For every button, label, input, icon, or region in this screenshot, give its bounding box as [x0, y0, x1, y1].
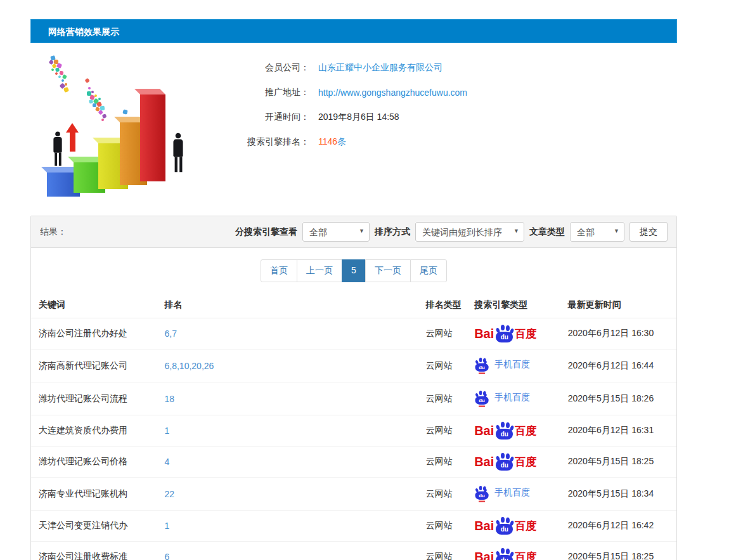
engine-cell: Baidu百度 [467, 415, 560, 446]
baidu-pc-logo: Baidu百度 [474, 325, 536, 342]
article-type-label: 文章类型 [529, 226, 565, 238]
header-updated: 最新更新时间 [560, 292, 676, 318]
filter-bar: 结果： 分搜索引擎查看 全部 ▼ 排序方式 关键词由短到长排序 ▼ 文章类型 [31, 216, 676, 248]
rank-link[interactable]: 18 [165, 394, 175, 404]
article-type-select[interactable]: 全部 [570, 222, 624, 242]
keyword-cell: 济南公司注册代办好处 [31, 318, 157, 349]
rank-link[interactable]: 4 [165, 457, 170, 467]
updated-cell: 2020年5月15日 18:34 [560, 478, 676, 511]
sort-filter-select[interactable]: 关键词由短到长排序 [415, 222, 524, 242]
ranking-count-value: 1146条 [318, 136, 346, 148]
pagination-current-page[interactable]: 5 [342, 259, 366, 282]
baidu-mobile-logo: du手机百度 [474, 389, 530, 407]
header-rank: 排名 [157, 292, 418, 318]
pagination-first[interactable]: 首页 [261, 259, 297, 282]
up-arrow-icon [66, 123, 79, 152]
rank-link[interactable]: 6,8,10,20,26 [165, 361, 214, 371]
rank-link[interactable]: 1 [165, 521, 170, 531]
table-row: 大连建筑资质代办费用 1 云网站 Baidu百度 2020年6月12日 16:3… [31, 415, 676, 446]
table-row: 潍坊代理记账公司价格 4 云网站 Baidu百度 2020年5月15日 18:2… [31, 446, 676, 478]
info-row-url: 推广地址： http://www.gongshangzhucefuwu.com [233, 86, 677, 100]
baidu-paw-icon: du [474, 486, 487, 500]
rank-type-cell: 云网站 [418, 318, 467, 349]
updated-cell: 2020年6月12日 16:30 [560, 318, 676, 349]
chart-bar-red [140, 94, 165, 181]
rank-link[interactable]: 6 [165, 552, 170, 560]
header-engine-type: 搜索引擎类型 [467, 292, 560, 318]
baidu-pc-logo: Baidu百度 [474, 548, 536, 560]
baidu-paw-icon: du [474, 358, 487, 372]
table-row: 济南高新代理记账公司 6,8,10,20,26 云网站 du手机百度 2020年… [31, 349, 676, 382]
engine-cell: Baidu百度 [467, 542, 560, 560]
open-time-value: 2019年8月6日 14:58 [318, 112, 399, 123]
results-table: 关键词 排名 排名类型 搜索引擎类型 最新更新时间 济南公司注册代办好处 6,7… [31, 292, 676, 560]
baidu-paw-icon: du [494, 517, 514, 535]
pagination-previous[interactable]: 上一页 [297, 259, 342, 282]
updated-cell: 2020年6月12日 16:42 [560, 511, 676, 542]
baidu-paw-icon: du [474, 391, 487, 405]
keyword-cell: 济南公司注册收费标准 [31, 542, 157, 560]
updated-cell: 2020年5月15日 18:26 [560, 382, 676, 415]
baidu-paw-icon: du [494, 453, 514, 471]
rank-link[interactable]: 22 [165, 489, 175, 499]
baidu-pc-logo: Baidu百度 [474, 453, 536, 471]
pagination-container: 首页 上一页 5 下一页 尾页 [31, 248, 676, 292]
baidu-mobile-logo: du手机百度 [474, 356, 530, 374]
keyword-cell: 潍坊代理记账公司价格 [31, 446, 157, 478]
filter-controls: 分搜索引擎查看 全部 ▼ 排序方式 关键词由短到长排序 ▼ 文章类型 [235, 222, 668, 242]
baidu-mobile-logo: du手机百度 [474, 484, 530, 502]
keyword-cell: 济南专业代理记账机构 [31, 478, 157, 511]
rank-type-cell: 云网站 [418, 511, 467, 542]
engine-filter-select[interactable]: 全部 [302, 222, 370, 242]
member-info-list: 会员公司： 山东正耀中小企业服务有限公司 推广地址： http://www.go… [216, 53, 677, 204]
ranking-count-unit: 条 [337, 136, 346, 147]
ranking-count-number: 1146 [318, 136, 337, 147]
pagination: 首页 上一页 5 下一页 尾页 [261, 259, 447, 282]
engine-cell: Baidu百度 [467, 446, 560, 478]
updated-cell: 2020年5月15日 18:25 [560, 446, 676, 478]
keyword-cell: 天津公司变更注销代办 [31, 511, 157, 542]
result-label: 结果： [40, 226, 67, 238]
businessman-figure-right [173, 133, 183, 173]
baidu-paw-icon: du [494, 325, 514, 342]
rank-type-cell: 云网站 [418, 478, 467, 511]
updated-cell: 2020年5月15日 18:25 [560, 542, 676, 560]
baidu-paw-icon: du [494, 422, 514, 440]
rank-type-cell: 云网站 [418, 349, 467, 382]
rank-link[interactable]: 6,7 [165, 329, 177, 339]
results-table-body: 济南公司注册代办好处 6,7 云网站 Baidu百度 2020年6月12日 16… [31, 318, 676, 560]
baidu-pc-logo: Baidu百度 [474, 517, 536, 535]
page-title-bar: 网络营销效果展示 [30, 19, 677, 43]
baidu-paw-icon: du [494, 548, 514, 560]
rank-type-cell: 云网站 [418, 415, 467, 446]
engine-cell: Baidu百度 [467, 318, 560, 349]
pagination-next[interactable]: 下一页 [365, 259, 411, 282]
submit-button[interactable]: 提交 [629, 222, 668, 242]
baidu-pc-logo: Baidu百度 [474, 422, 536, 440]
page-title: 网络营销效果展示 [48, 27, 119, 37]
pagination-last[interactable]: 尾页 [410, 259, 447, 282]
promo-url-link[interactable]: http://www.gongshangzhucefuwu.com [318, 88, 467, 98]
info-row-company: 会员公司： 山东正耀中小企业服务有限公司 [233, 61, 677, 75]
company-link[interactable]: 山东正耀中小企业服务有限公司 [318, 62, 442, 72]
engine-cell: du手机百度 [467, 382, 560, 415]
info-row-ranking-count: 搜索引擎排名： 1146条 [233, 135, 677, 149]
ranking-count-label: 搜索引擎排名： [233, 136, 309, 148]
sort-filter-label: 排序方式 [375, 226, 410, 238]
info-row-open-time: 开通时间： 2019年8月6日 14:58 [233, 110, 677, 124]
keyword-cell: 大连建筑资质代办费用 [31, 415, 157, 446]
header-rank-type: 排名类型 [418, 292, 467, 318]
table-header-row: 关键词 排名 排名类型 搜索引擎类型 最新更新时间 [31, 292, 676, 318]
rank-link[interactable]: 1 [165, 426, 170, 436]
rank-type-cell: 云网站 [418, 542, 467, 560]
keyword-cell: 潍坊代理记账公司流程 [31, 382, 157, 415]
company-label: 会员公司： [233, 62, 309, 74]
open-time-label: 开通时间： [233, 112, 309, 123]
results-panel: 结果： 分搜索引擎查看 全部 ▼ 排序方式 关键词由短到长排序 ▼ 文章类型 [30, 216, 677, 560]
member-info-section: 会员公司： 山东正耀中小企业服务有限公司 推广地址： http://www.go… [30, 43, 677, 216]
marketing-growth-illustration [30, 53, 216, 204]
engine-cell: Baidu百度 [467, 511, 560, 542]
keyword-cell: 济南高新代理记账公司 [31, 349, 157, 382]
engine-cell: du手机百度 [467, 478, 560, 511]
promo-url-label: 推广地址： [233, 87, 309, 98]
